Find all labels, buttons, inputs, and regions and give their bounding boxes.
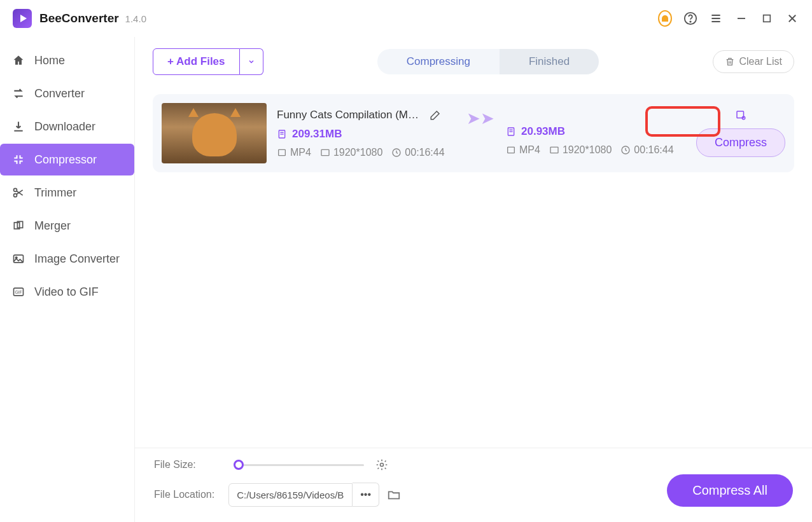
clear-list-label: Clear List <box>739 56 782 67</box>
window-controls <box>658 11 799 25</box>
svg-rect-6 <box>764 15 771 22</box>
format-icon <box>277 148 287 158</box>
sidebar-item-home[interactable]: Home <box>0 45 134 76</box>
file-location-more[interactable]: ••• <box>353 483 379 507</box>
converter-icon <box>11 86 25 100</box>
sidebar-item-label: Image Converter <box>34 252 120 266</box>
svg-text:GIF: GIF <box>15 290 22 294</box>
resolution-icon <box>320 148 330 158</box>
footer: File Size: File Location: C:/Users/86159… <box>135 448 812 522</box>
input-resolution: 1920*1080 <box>333 147 382 158</box>
output-size: 20.93MB <box>521 125 565 138</box>
app-logo <box>13 9 32 28</box>
output-duration: 00:16:44 <box>634 144 673 156</box>
file-size-icon <box>506 127 516 137</box>
sidebar-item-converter[interactable]: Converter <box>0 78 134 109</box>
video-gif-icon: GIF <box>11 285 25 299</box>
downloader-icon <box>11 120 25 134</box>
svg-point-9 <box>14 188 17 191</box>
svg-point-10 <box>14 194 17 197</box>
sidebar-item-merger[interactable]: Merger <box>0 210 134 242</box>
compress-all-button[interactable]: Compress All <box>667 474 793 507</box>
output-resolution: 1920*1080 <box>563 144 612 156</box>
sidebar-item-label: Compressor <box>34 153 97 167</box>
edit-icon[interactable] <box>430 109 441 121</box>
file-location-input[interactable]: C:/Users/86159/Videos/B <box>228 483 353 507</box>
input-duration: 00:16:44 <box>405 147 444 158</box>
output-format: MP4 <box>519 144 540 156</box>
menu-icon[interactable] <box>709 11 723 25</box>
item-settings-icon[interactable] <box>735 109 746 121</box>
svg-rect-26 <box>508 147 515 153</box>
sidebar: Home Converter Downloader Compressor Tri… <box>0 37 135 522</box>
titlebar: BeeConverter 1.4.0 <box>0 0 812 37</box>
tabs: Compressing Finished <box>377 49 599 74</box>
duration-icon <box>620 145 631 155</box>
file-size-label: File Size: <box>154 459 196 470</box>
svg-rect-27 <box>550 147 558 153</box>
app-name: BeeConverter <box>39 11 119 25</box>
compress-button[interactable]: Compress <box>696 128 785 157</box>
arrow-icon: ➤➤ <box>466 109 494 158</box>
toolbar: + Add Files Compressing Finished Clear L… <box>135 37 812 86</box>
sidebar-item-trimmer[interactable]: Trimmer <box>0 177 134 209</box>
sidebar-item-label: Video to GIF <box>34 285 99 299</box>
app-version: 1.4.0 <box>125 13 146 24</box>
sidebar-item-label: Home <box>34 54 65 67</box>
duration-icon <box>391 148 402 158</box>
file-title: Funny Cats Compilation (Mos... <box>277 109 423 121</box>
sidebar-item-compressor[interactable]: Compressor <box>0 144 134 175</box>
format-icon <box>506 145 516 155</box>
merger-icon <box>11 219 25 233</box>
folder-icon[interactable] <box>387 488 401 502</box>
sidebar-item-label: Converter <box>34 87 85 100</box>
add-files-button[interactable]: + Add Files <box>153 48 240 75</box>
file-size-slider[interactable] <box>237 464 364 466</box>
sidebar-item-label: Downloader <box>34 120 95 134</box>
tab-compressing[interactable]: Compressing <box>377 49 500 74</box>
file-item: Funny Cats Compilation (Mos... 209.31MB … <box>153 94 794 172</box>
svg-point-32 <box>380 464 383 467</box>
tab-finished[interactable]: Finished <box>500 49 599 74</box>
user-icon[interactable] <box>658 11 672 25</box>
trimmer-icon <box>11 186 25 200</box>
svg-rect-20 <box>279 149 286 155</box>
sidebar-item-label: Trimmer <box>34 186 76 200</box>
resolution-icon <box>549 145 559 155</box>
clear-list-button[interactable]: Clear List <box>713 50 794 73</box>
sidebar-item-downloader[interactable]: Downloader <box>0 111 134 142</box>
gear-icon[interactable] <box>375 458 388 471</box>
add-files-dropdown[interactable] <box>240 48 263 75</box>
image-converter-icon <box>11 252 25 266</box>
maximize-icon[interactable] <box>760 11 774 25</box>
file-location-label: File Location: <box>154 489 214 500</box>
sidebar-item-video-gif[interactable]: GIF Video to GIF <box>0 276 134 308</box>
file-list: Funny Cats Compilation (Mos... 209.31MB … <box>135 86 812 448</box>
sidebar-item-image-converter[interactable]: Image Converter <box>0 243 134 275</box>
help-icon[interactable] <box>683 11 697 25</box>
svg-point-1 <box>690 21 690 22</box>
file-size-icon <box>277 129 287 139</box>
minimize-icon[interactable] <box>734 11 748 25</box>
compressor-icon <box>11 153 25 167</box>
close-icon[interactable] <box>785 11 799 25</box>
file-thumbnail <box>162 103 267 163</box>
home-icon <box>11 53 25 67</box>
svg-rect-21 <box>321 149 329 155</box>
input-format: MP4 <box>290 147 311 158</box>
sidebar-item-label: Merger <box>34 219 71 233</box>
input-size: 209.31MB <box>292 128 342 141</box>
